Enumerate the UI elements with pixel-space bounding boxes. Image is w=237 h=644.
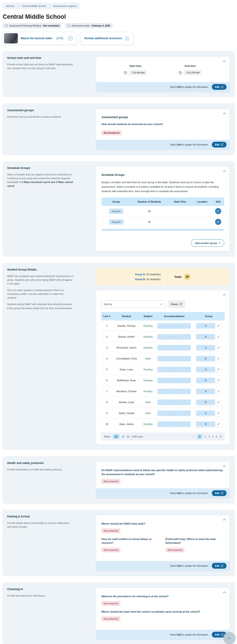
- page-1[interactable]: 1: [197, 434, 202, 439]
- section-description: You can make updates to student groups i…: [7, 288, 74, 300]
- group-assignment: B: [196, 334, 215, 340]
- horizontal-scrollbar[interactable]: [102, 229, 224, 231]
- edit-group-icon[interactable]: [216, 390, 221, 393]
- breadcrumb-assessment-logistics[interactable]: Assessment Logistics: [53, 5, 77, 7]
- group-assignment: A: [196, 410, 215, 416]
- question: [Field staff only]: Where to meet the te…: [166, 537, 224, 545]
- collapse-chevron-icon[interactable]: [223, 112, 226, 115]
- column-header: Student: [112, 312, 140, 320]
- planning-meeting-badge: Assessment Planning Meeting: Not schedul…: [3, 23, 62, 28]
- page-2[interactable]: 2: [205, 435, 206, 438]
- breadcrumb-schools[interactable]: Schools: [6, 5, 14, 7]
- group-assignment: A: [196, 345, 215, 350]
- edit-group-icon[interactable]: [216, 335, 221, 339]
- collapse-chevron-icon[interactable]: [223, 464, 226, 468]
- student-row: 6 McMichael, Ryan Reading -- B: [101, 375, 225, 386]
- sort-by-select[interactable]: Sort by: [101, 300, 166, 308]
- page-size-all[interactable]: All: [127, 435, 130, 438]
- edit-group-icon[interactable]: [216, 411, 221, 415]
- status-badge: Not answered: [102, 548, 120, 552]
- page-size-10[interactable]: 10: [113, 434, 119, 439]
- group-b-summary: Group B: 25 student(s): [135, 277, 161, 282]
- edit-group-icon[interactable]: [216, 346, 221, 350]
- breadcrumb-school[interactable]: Central Middle School: [22, 5, 46, 7]
- collapse-chevron-icon[interactable]: [223, 60, 226, 63]
- collapse-chevron-icon[interactable]: [223, 591, 226, 594]
- schedule-groups-table: Group Number of Students Start Time Loca…: [102, 198, 224, 227]
- accommodations-chip: --: [158, 367, 191, 372]
- parking-card: Where should the NAEP team park? Not ans…: [96, 515, 230, 571]
- edit-group-icon[interactable]: [216, 400, 221, 404]
- edit-button[interactable]: Edit: [212, 563, 226, 569]
- edit-group-icon[interactable]: [216, 378, 221, 382]
- collapse-chevron-icon[interactable]: [223, 518, 226, 522]
- subject: Reading: [140, 419, 156, 430]
- additional-resources-card[interactable]: Review additional resources: [80, 32, 134, 45]
- collapse-chevron-icon[interactable]: [223, 170, 226, 173]
- accommodations-chip: --: [158, 400, 191, 405]
- student-table-card: Sort by Reset: [96, 290, 230, 445]
- student-row: 2 Bowne, Robert Reading -- B: [101, 331, 225, 342]
- students-count: 25: [131, 206, 168, 216]
- school-time-card: Start time 7:30 AM AM End time: [96, 56, 230, 92]
- schedule-groups-card: Schedule Groups Assign a location and st…: [96, 166, 230, 251]
- group-assignment: B: [196, 400, 215, 405]
- checking-in-card: What are the procedures for checking in …: [96, 588, 230, 640]
- clock-icon: [124, 71, 127, 74]
- question: What are the procedures for checking in …: [102, 594, 224, 598]
- edit-group-icon[interactable]: [216, 324, 221, 328]
- section-health-safety: Health and safety protocols Provide info…: [2, 456, 235, 504]
- section-assessment-groups: Assessment groups Determine how you woul…: [2, 104, 235, 155]
- chevron-right-icon[interactable]: [220, 435, 222, 438]
- edit-group-icon[interactable]: [216, 357, 221, 360]
- card-footer: Select Edit to update the information. E…: [96, 140, 230, 150]
- edit-group-icon[interactable]: [216, 368, 221, 372]
- tutorial-video-card[interactable]: Watch the tutorial video (3:00): [3, 32, 77, 45]
- chevron-left-icon[interactable]: [193, 435, 195, 438]
- page-4[interactable]: 4: [212, 435, 213, 438]
- page-5[interactable]: 5: [216, 435, 217, 438]
- column-header: Location: [192, 198, 212, 206]
- section-title: Assessment groups: [7, 109, 82, 112]
- location-cell: [192, 206, 212, 216]
- student-row: 7 Mendoza, Charles Reading -- A: [101, 386, 225, 397]
- calendar-icon: [67, 24, 70, 27]
- column-header: Accommodations: [156, 312, 193, 320]
- reset-button[interactable]: Reset: [168, 300, 185, 308]
- edit-group-icon[interactable]: [216, 422, 221, 426]
- accommodations-chip: --: [158, 410, 191, 416]
- plus-icon: +: [218, 241, 220, 245]
- student-name: Bowne, Robert: [112, 331, 140, 342]
- page-3[interactable]: 3: [208, 435, 210, 438]
- edit-group-button[interactable]: [215, 208, 221, 214]
- edit-button[interactable]: Edit: [212, 142, 226, 148]
- end-time-block: End time 2:55 PM AM: [178, 64, 202, 75]
- edit-button[interactable]: Edit: [212, 490, 226, 496]
- page-size-25[interactable]: 25: [122, 435, 124, 438]
- group-assignment: B: [196, 378, 215, 383]
- add-another-group-button[interactable]: Add another group +: [191, 239, 224, 247]
- planning-meeting-label: Assessment Planning Meeting:: [9, 24, 42, 27]
- edit-button[interactable]: Edit: [212, 84, 226, 90]
- scroll-to-top-button[interactable]: [223, 632, 236, 644]
- column-header: Number of Students: [131, 198, 168, 206]
- status-badge: Not answered: [102, 616, 120, 621]
- collapse-chevron-icon[interactable]: [223, 293, 226, 296]
- column-header: Group: [193, 312, 225, 320]
- play-icon[interactable]: [68, 36, 73, 41]
- section-parking-arrival: Parking & Arrival Provide details about …: [2, 510, 235, 576]
- subject: Math: [140, 397, 156, 408]
- page-title: Central Middle School: [3, 13, 235, 20]
- students-count: 25: [131, 216, 168, 227]
- section-description: NAEP has assigned each student taking th…: [7, 274, 74, 286]
- breadcrumb-chevron-icon: [48, 5, 50, 7]
- student-row: 5 Davis, Louis Reading -- A: [101, 364, 225, 375]
- start-time-value: 7:30 AM AM: [129, 70, 147, 75]
- location-cell: [192, 216, 212, 227]
- student-name: McMichael, Ryan: [112, 375, 140, 386]
- edit-group-button[interactable]: [215, 219, 221, 225]
- subject: Reading: [140, 320, 156, 331]
- group-assignment: A: [196, 323, 215, 328]
- student-row: 3 Broussard, James Reading -- A: [101, 342, 225, 353]
- subject: Reading: [140, 364, 156, 375]
